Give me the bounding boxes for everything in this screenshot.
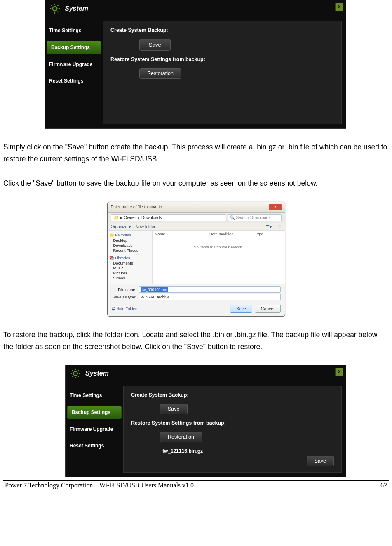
restoration-button[interactable]: Restoration <box>160 432 202 442</box>
system-content: Create System Backup: Save Restore Syste… <box>123 386 342 473</box>
path-part-owner[interactable]: Owner <box>124 215 136 220</box>
save-button[interactable]: Save <box>139 39 171 51</box>
system-content: Create System Backup: Save Restore Syste… <box>103 21 342 124</box>
svg-point-0 <box>53 7 57 11</box>
file-list-empty: No items match your search. <box>153 237 285 249</box>
system-nav: Time Settings Backup Settings Firmware U… <box>45 17 103 128</box>
restore-backup-label: Restore System Settings from backup: <box>110 57 334 62</box>
nav-backup-settings[interactable]: Backup Settings <box>67 406 122 419</box>
hide-folders-link[interactable]: ◒ Hide Folders <box>112 306 228 311</box>
nav-time-settings[interactable]: Time Settings <box>66 389 123 402</box>
tree-music[interactable]: Music <box>109 266 150 270</box>
view-icon[interactable]: ☰▾ <box>266 225 272 229</box>
footer-rule <box>3 480 389 481</box>
tree-desktop[interactable]: Desktop <box>109 238 150 243</box>
system-panel-2: System x Time Settings Backup Settings F… <box>65 365 346 477</box>
gear-icon <box>70 368 81 379</box>
file-name-input[interactable]: fw_000101.bin <box>139 286 281 293</box>
close-icon[interactable]: x <box>335 368 343 376</box>
svg-line-16 <box>72 376 73 377</box>
tree-videos[interactable]: Videos <box>109 276 150 280</box>
col-type[interactable]: Type <box>255 232 282 236</box>
system-panel-header: System x <box>45 0 346 17</box>
organize-menu[interactable]: Organize ▾ <box>111 225 131 229</box>
tree-downloads[interactable]: Downloads <box>109 243 150 248</box>
restore-file-name: fw_121116.bin.gz <box>131 448 334 454</box>
tree-recent-places[interactable]: Recent Places <box>109 248 150 253</box>
paragraph-3: To restore the backup, click the folder … <box>3 329 389 353</box>
svg-line-17 <box>78 370 79 371</box>
dialog-save-button[interactable]: Save <box>230 305 252 313</box>
create-backup-label: Create System Backup: <box>110 27 334 33</box>
close-icon[interactable]: x <box>335 3 343 11</box>
system-panel-1: System x Time Settings Backup Settings F… <box>45 0 346 129</box>
nav-firmware-upgrade[interactable]: Firmware Upgrade <box>66 423 123 435</box>
nav-reset-settings[interactable]: Reset Settings <box>45 75 103 87</box>
save-type-label: Save as type: <box>112 295 136 299</box>
search-placeholder: Search Downloads <box>236 215 271 220</box>
nav-firmware-upgrade[interactable]: Firmware Upgrade <box>45 58 103 71</box>
file-name-label: File name: <box>112 287 136 292</box>
footer-page-number: 62 <box>380 482 387 489</box>
svg-line-5 <box>51 5 52 6</box>
footer-left: Power 7 Technology Corporation – Wi-Fi S… <box>5 482 380 489</box>
dialog-cancel-button[interactable]: Cancel <box>255 305 281 313</box>
restoration-button[interactable]: Restoration <box>139 68 181 79</box>
system-panel-title: System <box>85 370 109 377</box>
path-breadcrumb[interactable]: 📁 ▸ Owner ▸ Downloads <box>111 214 226 221</box>
nav-reset-settings[interactable]: Reset Settings <box>66 440 123 452</box>
save-button[interactable]: Save <box>160 404 188 414</box>
system-panel-title: System <box>65 5 88 12</box>
svg-line-8 <box>58 5 59 6</box>
page-footer: Power 7 Technology Corporation – Wi-Fi S… <box>3 482 389 491</box>
svg-point-9 <box>73 371 77 376</box>
folder-tree: ⭐ Favorites Desktop Downloads Recent Pla… <box>108 231 153 284</box>
nav-backup-settings[interactable]: Backup Settings <box>47 41 101 54</box>
tree-libraries[interactable]: 📚 Libraries <box>109 255 150 260</box>
system-nav: Time Settings Backup Settings Firmware U… <box>66 382 123 477</box>
bottom-save-button[interactable]: Save <box>307 456 334 466</box>
tree-documents[interactable]: Documents <box>109 261 150 265</box>
save-dialog-addressbar: 📁 ▸ Owner ▸ Downloads 🔍 Search Downloads <box>108 213 285 223</box>
system-panel-header: System x <box>66 365 346 382</box>
save-dialog-titlebar: Enter name of file to save to… x <box>108 202 285 213</box>
svg-line-7 <box>51 12 52 12</box>
save-type-select[interactable]: WinRAR archive <box>139 294 281 300</box>
nav-time-settings[interactable]: Time Settings <box>45 24 103 37</box>
save-dialog: Enter name of file to save to… x 📁 ▸ Own… <box>107 202 285 317</box>
path-part-downloads[interactable]: Downloads <box>141 215 162 220</box>
new-folder-button[interactable]: New folder <box>136 225 155 229</box>
search-icon: 🔍 <box>230 215 235 220</box>
folder-icon: 📁 <box>114 215 119 220</box>
svg-line-14 <box>72 370 73 371</box>
save-dialog-title: Enter name of file to save to… <box>111 205 167 209</box>
file-list: Name Date modified Type No items match y… <box>153 231 285 284</box>
paragraph-1: Simply click on the "Save" button create… <box>3 141 389 165</box>
col-date[interactable]: Date modified <box>209 232 255 236</box>
create-backup-label: Create System Backup: <box>131 392 334 398</box>
svg-line-15 <box>78 376 79 377</box>
gear-icon <box>49 3 61 14</box>
tree-favorites[interactable]: ⭐ Favorites <box>109 232 150 238</box>
col-name[interactable]: Name <box>155 232 209 236</box>
save-dialog-toolbar: Organize ▾ New folder ☰▾ ❔ <box>108 223 285 231</box>
restore-backup-label: Restore System Settings from backup: <box>131 420 334 426</box>
help-icon[interactable]: ❔ <box>277 225 282 229</box>
close-icon[interactable]: x <box>269 204 282 210</box>
search-input[interactable]: 🔍 Search Downloads <box>228 214 282 221</box>
tree-pictures[interactable]: Pictures <box>109 271 150 275</box>
paragraph-2: Click the "Save" button to save the back… <box>3 177 389 189</box>
file-list-columns: Name Date modified Type <box>153 231 285 237</box>
svg-line-6 <box>58 12 59 12</box>
